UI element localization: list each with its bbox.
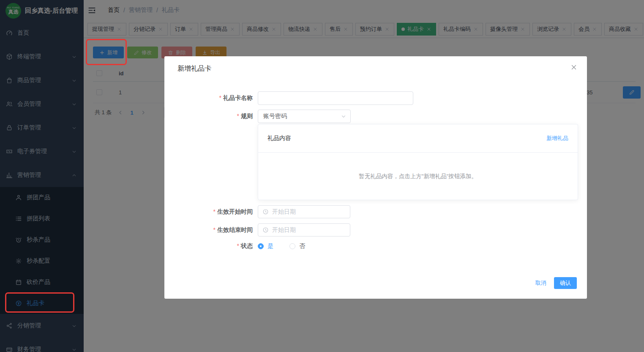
start-time-row: *生效开始时间 开始日期	[164, 205, 350, 218]
rule-select[interactable]: 账号密码	[258, 110, 351, 123]
gift-content-empty-text: 暂无礼品内容，点击上方"新增礼品"按钮添加。	[258, 153, 578, 200]
screen: HUI XIANG 真选 回乡真选-后台管理 首页 终端管理 商品管理 会员管理…	[0, 0, 644, 352]
gift-content-title: 礼品内容	[267, 135, 291, 142]
confirm-button[interactable]: 确认	[554, 277, 577, 289]
dialog-title: 新增礼品卡	[177, 64, 211, 73]
chevron-down-icon	[341, 113, 347, 119]
add-gift-link[interactable]: 新增礼品	[546, 135, 568, 142]
status-radio-no[interactable]	[289, 243, 295, 249]
close-icon[interactable]	[570, 63, 578, 71]
rule-row: *规则 账号密码	[164, 110, 351, 123]
gift-content-header: 礼品内容 新增礼品	[258, 124, 578, 153]
end-date-input[interactable]: 开始日期	[258, 223, 350, 236]
dialog-footer: 取消 确认	[535, 277, 577, 289]
status-radio-yes[interactable]	[258, 243, 264, 249]
end-time-row: *生效结束时间 开始日期	[164, 223, 350, 236]
status-radio-group: 是 否	[258, 242, 305, 250]
gift-content-panel: 礼品内容 新增礼品 暂无礼品内容，点击上方"新增礼品"按钮添加。	[258, 124, 578, 200]
clock-icon	[262, 209, 269, 215]
gift-card-name-row: *礼品卡名称	[164, 91, 413, 105]
status-row: *状态 是 否	[164, 242, 305, 250]
start-date-input[interactable]: 开始日期	[258, 205, 350, 218]
clock-icon	[262, 227, 269, 233]
gift-card-name-input[interactable]	[258, 91, 413, 105]
cancel-button[interactable]: 取消	[535, 279, 546, 287]
add-gift-card-dialog: 新增礼品卡 *礼品卡名称 *规则 账号密码 礼品内容 新增礼品 暂无礼品内容，点…	[164, 56, 587, 299]
